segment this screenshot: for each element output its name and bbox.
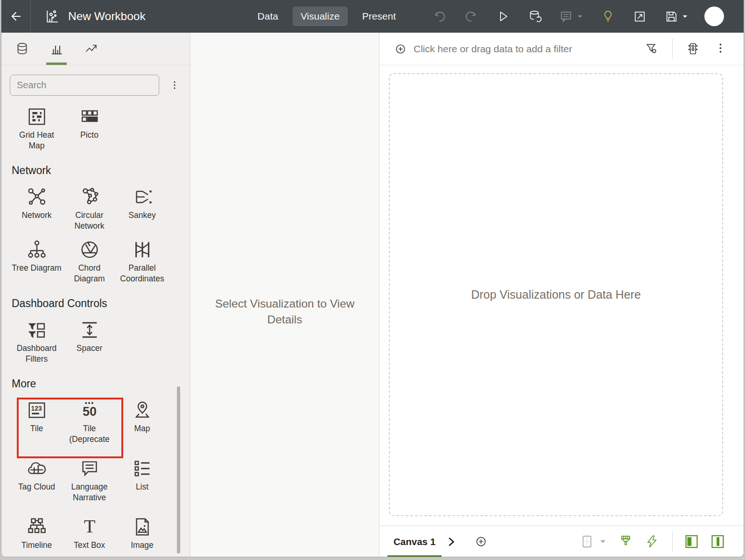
viz-item-picto[interactable]: Picto: [63, 106, 116, 151]
viz-item-tree-diagram[interactable]: Tree Diagram: [10, 239, 63, 284]
tab-visualize[interactable]: Visualize: [293, 7, 348, 26]
filter-settings-icon: [645, 42, 659, 56]
grid-heat-map-icon: [26, 106, 48, 127]
filter-placeholder[interactable]: Click here or drag data to add a filter: [414, 43, 572, 55]
viz-item-parallel-coordinates[interactable]: Parallel Coordinates: [116, 239, 169, 284]
undo-icon: [432, 9, 447, 24]
svg-text:50: 50: [83, 405, 97, 419]
undo-button[interactable]: [432, 9, 447, 24]
save-button[interactable]: [664, 9, 689, 24]
sidebar-tab-analytics[interactable]: [81, 33, 101, 65]
language-narrative-icon: [79, 458, 100, 479]
data-quality-button[interactable]: [686, 42, 700, 56]
tile-icon: 123: [26, 399, 48, 421]
section-heading-network: Network: [12, 164, 190, 177]
panel-right-icon: [710, 534, 725, 549]
avatar[interactable]: [704, 7, 724, 26]
network-icon: [26, 186, 48, 208]
insight-button[interactable]: [601, 9, 615, 24]
sidebar-menu-icon[interactable]: [169, 78, 181, 92]
viz-item-network[interactable]: Network: [10, 186, 63, 231]
sidebar-tab-visualizations[interactable]: [46, 33, 67, 65]
panel-right-button[interactable]: [710, 534, 725, 549]
redo-button[interactable]: [464, 9, 478, 24]
refresh-data-button[interactable]: [527, 9, 542, 24]
viz-grid: Dashboard FiltersSpacer: [1, 319, 190, 364]
tree-diagram-icon: [26, 239, 48, 260]
caret-down-icon: [599, 538, 607, 546]
visualizations-sidebar: Grid Heat MapPictoNetworkNetworkCircular…: [1, 33, 190, 557]
viz-item-tag-cloud[interactable]: Tag Cloud: [10, 458, 63, 503]
viz-item-label: Tag Cloud: [18, 482, 55, 492]
viz-item-label: List: [136, 482, 148, 492]
viz-item-map[interactable]: Map: [116, 399, 169, 445]
canvas-layout-button[interactable]: [580, 534, 594, 549]
open-window-icon: [633, 9, 647, 24]
data-quality-icon: [686, 42, 700, 56]
canvas-tab[interactable]: Canvas 1: [387, 526, 442, 558]
bolt-button[interactable]: [645, 534, 659, 549]
insight-icon: [601, 9, 615, 24]
map-icon: [132, 399, 153, 421]
viz-item-image[interactable]: Image: [116, 516, 169, 551]
filter-bar: Click here or drag data to add a filter: [380, 33, 744, 65]
viz-item-dashboard-filters[interactable]: Dashboard Filters: [10, 319, 63, 364]
viz-grid: 123Tile50Tile (DeprecateMapTag CloudLang…: [1, 399, 190, 551]
viz-item-label: Tile (Deprecate: [63, 423, 116, 445]
viz-item-chord-diagram[interactable]: Chord Diagram: [63, 239, 116, 284]
drop-zone[interactable]: Drop Visualizations or Data Here: [389, 73, 723, 516]
back-button[interactable]: [1, 0, 31, 33]
app-window: New Workbook DataVisualizePresent Grid H…: [1, 0, 744, 557]
viz-item-label: Tree Diagram: [12, 263, 61, 273]
run-button[interactable]: [496, 9, 510, 24]
viz-item-sankey[interactable]: Sankey: [116, 186, 169, 231]
parallel-coordinates-icon: [132, 239, 153, 260]
viz-item-tile-deprecate[interactable]: 50Tile (Deprecate: [63, 399, 116, 445]
chord-diagram-icon: [79, 239, 100, 260]
svg-text:T: T: [84, 516, 95, 537]
viz-item-label: Timeline: [21, 540, 52, 551]
visualization-list: Grid Heat MapPictoNetworkNetworkCircular…: [1, 106, 190, 551]
circular-network-icon: [79, 186, 100, 208]
panel-left-button[interactable]: [684, 534, 699, 549]
brush-button[interactable]: [618, 534, 633, 549]
viz-item-label: Text Box: [74, 540, 105, 551]
viz-item-label: Map: [134, 423, 150, 434]
search-input[interactable]: [10, 75, 159, 96]
kebab-icon: [713, 42, 728, 56]
sidebar-scrollbar[interactable]: [177, 386, 180, 553]
viz-item-label: Network: [21, 210, 51, 221]
viz-item-circular-network[interactable]: Circular Network: [63, 186, 116, 231]
brush-icon: [618, 534, 633, 549]
add-canvas-icon[interactable]: [474, 534, 488, 549]
tab-present[interactable]: Present: [354, 7, 404, 26]
refresh-data-icon: [527, 9, 542, 24]
top-bar: New Workbook DataVisualizePresent: [1, 0, 744, 33]
viz-item-timeline[interactable]: Timeline: [10, 516, 63, 551]
detail-panel: Select Visualization to View Details: [190, 33, 380, 557]
svg-text:123: 123: [31, 405, 42, 412]
comment-button[interactable]: [559, 9, 583, 24]
kebab-button[interactable]: [713, 42, 728, 56]
viz-item-list[interactable]: List: [116, 458, 169, 503]
drop-placeholder: Drop Visualizations or Data Here: [471, 288, 641, 301]
open-window-button[interactable]: [633, 9, 647, 24]
viz-item-spacer[interactable]: Spacer: [63, 319, 116, 364]
sidebar-tab-data-panel[interactable]: [12, 33, 32, 65]
viz-item-text-box[interactable]: TText Box: [63, 516, 116, 551]
canvas-tab-menu-icon[interactable]: [446, 536, 457, 547]
detail-placeholder: Select Visualization to View Details: [204, 296, 365, 557]
dashboard-filters-icon: [26, 319, 48, 341]
main-area: Grid Heat MapPictoNetworkNetworkCircular…: [1, 33, 744, 557]
viz-item-language-narrative[interactable]: Language Narrative: [63, 458, 116, 503]
viz-item-grid-heat-map[interactable]: Grid Heat Map: [10, 106, 63, 151]
add-filter-icon[interactable]: [394, 42, 407, 56]
viz-item-tile[interactable]: 123Tile: [10, 399, 63, 445]
filter-settings-button[interactable]: [645, 42, 659, 56]
save-icon: [664, 9, 679, 24]
data-panel-icon: [15, 42, 29, 56]
viz-item-label: Picto: [80, 130, 98, 140]
caret-down-button[interactable]: [599, 538, 607, 546]
tab-data[interactable]: Data: [250, 7, 286, 26]
section-heading-more: More: [12, 378, 190, 390]
